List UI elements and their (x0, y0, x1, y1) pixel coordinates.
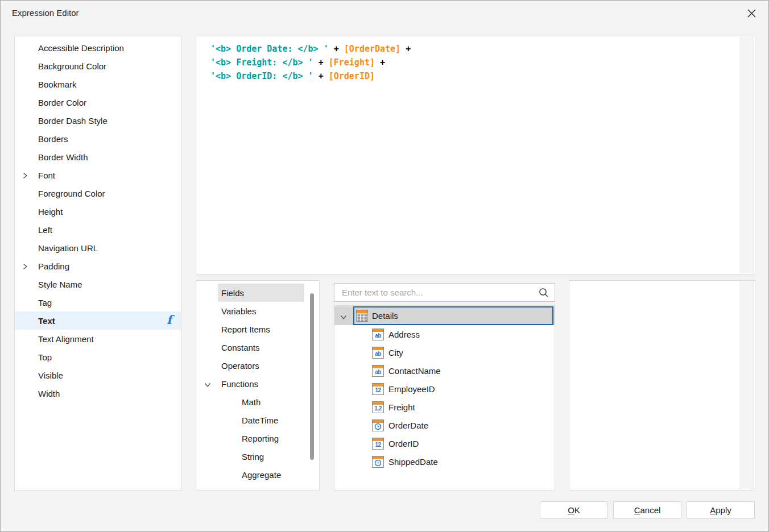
tree-node-city[interactable]: abCity (334, 343, 555, 361)
text-field-icon: ab (372, 347, 384, 359)
close-icon[interactable] (745, 6, 758, 20)
property-item-padding[interactable]: Padding (15, 257, 181, 275)
tree-node-shippeddate[interactable]: ShippedDate (334, 452, 555, 471)
property-item-label: Text Alignment (38, 334, 94, 344)
fields-tree-panel: DetailsabAddressabCityabContactName12Emp… (334, 305, 555, 491)
tree-node-label: City (388, 348, 403, 358)
property-item-label: Width (38, 389, 60, 398)
property-item-border-dash-style[interactable]: Border Dash Style (15, 111, 181, 130)
ok-button[interactable]: OK (540, 501, 608, 519)
tree-node-orderid[interactable]: 12OrderID (334, 434, 555, 452)
category-item-variables[interactable]: Variables (218, 302, 304, 320)
property-item-width[interactable]: Width (15, 384, 181, 402)
category-item-fields[interactable]: Fields (218, 284, 304, 302)
category-item-label: Aggregate (218, 470, 281, 480)
category-scrollbar-thumb[interactable] (310, 293, 314, 460)
expression-token-field: [OrderID] (329, 71, 375, 81)
expression-token-string: '<b> OrderID: </b> ' (210, 71, 313, 81)
expression-token-op: + (313, 57, 329, 68)
tree-node-details[interactable]: Details (334, 306, 555, 325)
category-item-math[interactable]: Math (218, 393, 304, 411)
category-item-constants[interactable]: Constants (218, 338, 304, 356)
search-box (334, 283, 555, 302)
property-item-label: Padding (38, 261, 69, 271)
category-item-report-items[interactable]: Report Items (218, 320, 304, 338)
tree-node-focus-box: Details (353, 306, 553, 325)
property-item-label: Tag (38, 298, 52, 307)
property-item-label: Border Width (38, 152, 88, 162)
tree-node-freight[interactable]: 1,2Freight (334, 398, 555, 416)
text-field-icon: ab (372, 329, 384, 340)
tree-node-label: Address (388, 330, 420, 339)
clock-icon (373, 423, 383, 431)
property-item-bookmark[interactable]: Bookmark (15, 75, 181, 93)
icon-glyph: ab (373, 350, 383, 358)
property-item-text-alignment[interactable]: Text Alignment (15, 330, 181, 348)
category-item-string[interactable]: String (218, 447, 304, 466)
category-item-aggregate[interactable]: Aggregate (218, 466, 304, 484)
category-item-label: Logical (218, 488, 269, 491)
property-item-label: Visible (38, 371, 63, 380)
date-field-icon (372, 456, 384, 468)
property-item-tag[interactable]: Tag (15, 293, 181, 311)
category-item-functions[interactable]: Functions (218, 375, 304, 393)
tree-node-contactname[interactable]: abContactName (334, 361, 555, 380)
property-item-text[interactable]: Textf (15, 311, 181, 330)
property-item-font[interactable]: Font (15, 166, 181, 184)
cancel-button[interactable]: Cancel (613, 501, 681, 519)
tree-node-employeeid[interactable]: 12EmployeeID (334, 380, 555, 398)
description-panel-scroll-gutter (739, 281, 754, 489)
property-item-height[interactable]: Height (15, 202, 181, 221)
property-item-style-name[interactable]: Style Name (15, 275, 181, 293)
tree-node-label: OrderDate (388, 421, 428, 430)
search-input[interactable] (334, 283, 555, 302)
expression-token-string: '<b> Freight: </b> ' (210, 57, 313, 68)
clock-icon (373, 459, 383, 467)
icon-glyph: ab (373, 368, 383, 376)
tree-node-address[interactable]: abAddress (334, 325, 555, 343)
property-item-border-color[interactable]: Border Color (15, 93, 181, 111)
property-item-label: Background Color (38, 61, 106, 71)
text-field-icon: ab (372, 365, 384, 377)
property-item-left[interactable]: Left (15, 221, 181, 239)
integer-field-icon: 12 (372, 383, 384, 395)
tree-node-orderdate[interactable]: OrderDate (334, 416, 555, 434)
expression-token-string: '<b> Order Date: </b> ' (210, 44, 329, 54)
property-item-accessible-description[interactable]: Accessible Description (15, 39, 181, 57)
expression-token-op: + (400, 44, 411, 54)
category-item-label: Reporting (218, 434, 279, 443)
property-item-top[interactable]: Top (15, 348, 181, 366)
expression-code-editor[interactable]: '<b> Order Date: </b> ' + [OrderDate] +'… (196, 36, 755, 275)
decimal-field-icon: 1,2 (372, 401, 384, 413)
apply-button[interactable]: Apply (687, 501, 755, 519)
property-item-border-width[interactable]: Border Width (15, 148, 181, 166)
chevron-right-icon[interactable] (22, 171, 28, 178)
category-item-datetime[interactable]: DateTime (218, 411, 304, 429)
expression-line: '<b> Freight: </b> ' + [Freight] + (210, 56, 755, 69)
integer-field-icon: 12 (372, 438, 384, 450)
property-item-visible[interactable]: Visible (15, 366, 181, 384)
chevron-down-icon[interactable] (204, 380, 211, 387)
expression-line: '<b> OrderID: </b> ' + [OrderID] (210, 69, 755, 83)
property-item-label: Navigation URL (38, 243, 98, 253)
search-icon (539, 288, 549, 298)
category-item-reporting[interactable]: Reporting (218, 429, 304, 447)
category-item-label: Functions (218, 379, 258, 389)
property-item-background-color[interactable]: Background Color (15, 57, 181, 75)
expression-token-op: + (375, 57, 385, 68)
category-item-label: Math (218, 397, 261, 407)
description-panel (569, 280, 755, 491)
property-item-borders[interactable]: Borders (15, 130, 181, 148)
property-item-navigation-url[interactable]: Navigation URL (15, 239, 181, 257)
chevron-down-icon[interactable] (340, 313, 347, 319)
property-item-label: Left (38, 225, 52, 235)
category-item-operators[interactable]: Operators (218, 356, 304, 375)
tree-node-label: Details (372, 311, 398, 321)
property-item-foreground-color[interactable]: Foreground Color (15, 184, 181, 202)
property-item-label: Bookmark (38, 80, 77, 89)
tree-node-label: ShippedDate (388, 457, 438, 467)
chevron-right-icon[interactable] (22, 262, 28, 269)
category-item-logical[interactable]: Logical (218, 484, 304, 491)
category-item-label: String (218, 452, 264, 462)
expression-token-op: + (329, 44, 344, 54)
